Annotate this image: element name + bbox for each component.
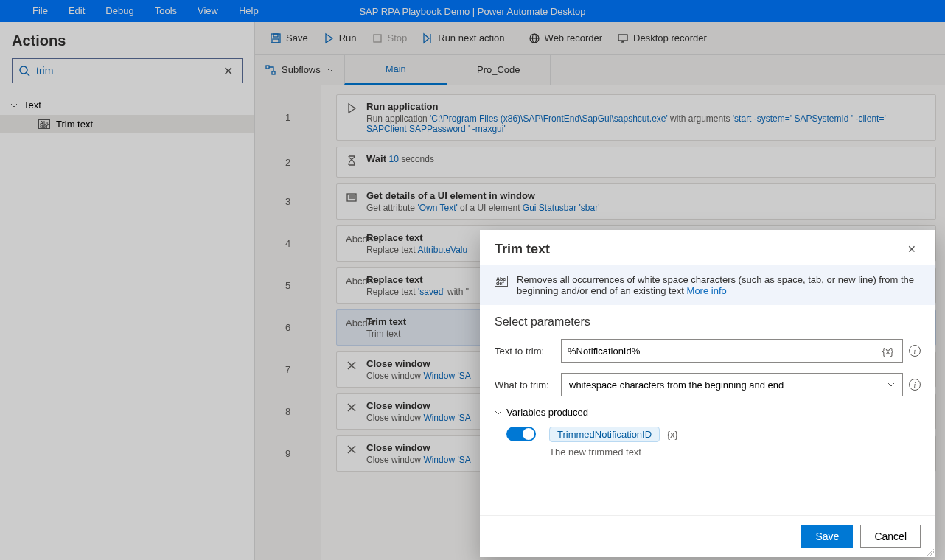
what-to-trim-select[interactable]: whitespace characters from the beginning… bbox=[561, 373, 903, 396]
search-icon bbox=[18, 65, 30, 77]
variables-produced-toggle[interactable]: Variables produced bbox=[495, 407, 921, 418]
close-icon bbox=[346, 360, 358, 371]
stop-button[interactable]: Stop bbox=[366, 29, 414, 47]
step-number: 7 bbox=[255, 349, 321, 391]
close-icon bbox=[346, 444, 358, 455]
svg-rect-15 bbox=[347, 194, 356, 201]
step-card[interactable]: Get details of a UI element in windowGet… bbox=[336, 183, 936, 220]
menu-view[interactable]: View bbox=[187, 0, 229, 22]
label-text-to-trim: Text to trim: bbox=[495, 346, 555, 357]
text-to-trim-field[interactable]: {x} bbox=[561, 339, 903, 363]
web-recorder-button[interactable]: Web recorder bbox=[523, 29, 609, 47]
step-title: Run application bbox=[366, 101, 927, 112]
svg-rect-14 bbox=[272, 71, 275, 74]
menu-tools[interactable]: Tools bbox=[144, 0, 187, 22]
step-number: 9 bbox=[255, 433, 321, 475]
tab-pro_code[interactable]: Pro_Code bbox=[447, 55, 551, 85]
svg-point-0 bbox=[20, 66, 27, 74]
step-number: 4 bbox=[255, 223, 321, 265]
step-title: Wait bbox=[366, 153, 389, 164]
trim-text-dialog: Trim text ✕ Abcdef Removes all occurrenc… bbox=[480, 230, 935, 557]
step-number: 1 bbox=[255, 91, 321, 144]
step-card[interactable]: Wait 10 seconds bbox=[336, 147, 936, 178]
more-info-link[interactable]: More info bbox=[687, 285, 727, 296]
abc-icon: Abcdef bbox=[346, 234, 358, 245]
search-input[interactable] bbox=[36, 65, 220, 77]
variable-chip[interactable]: TrimmedNotificationID bbox=[549, 427, 660, 442]
abc-icon: Abcdef bbox=[346, 276, 358, 287]
step-number: 5 bbox=[255, 265, 321, 307]
section-select-parameters: Select parameters bbox=[495, 315, 921, 329]
step-number: 6 bbox=[255, 307, 321, 349]
step-icon bbox=[422, 32, 433, 44]
menu-file[interactable]: File bbox=[22, 0, 58, 22]
details-icon bbox=[346, 192, 358, 203]
close-icon bbox=[346, 402, 358, 413]
save-icon bbox=[270, 32, 282, 44]
label-what-to-trim: What to trim: bbox=[495, 379, 555, 391]
menu-debug[interactable]: Debug bbox=[95, 0, 144, 22]
step-card[interactable]: Run applicationRun application 'C:\Progr… bbox=[336, 94, 936, 141]
stop-icon bbox=[372, 32, 383, 44]
svg-line-1 bbox=[27, 73, 29, 76]
menu-edit[interactable]: Edit bbox=[58, 0, 95, 22]
action-trim-text[interactable]: Abcdef Trim text bbox=[0, 115, 254, 133]
step-description: Run application 'C:\Program Files (x86)\… bbox=[366, 113, 927, 134]
play-icon bbox=[323, 32, 335, 44]
play-icon bbox=[346, 102, 358, 114]
save-button[interactable]: Save bbox=[801, 525, 853, 548]
step-description: Get attribute 'Own Text' of a UI element… bbox=[366, 203, 927, 213]
subflows-dropdown[interactable]: Subflows bbox=[255, 55, 344, 85]
abc-icon: Abcdef bbox=[38, 119, 50, 129]
step-number: 3 bbox=[255, 181, 321, 223]
dialog-title: Trim text bbox=[495, 242, 550, 257]
abc-icon: Abcdef bbox=[495, 276, 508, 287]
close-icon[interactable]: ✕ bbox=[903, 240, 921, 258]
resize-grip[interactable] bbox=[925, 547, 934, 556]
chevron-down-icon bbox=[327, 66, 334, 74]
save-button[interactable]: Save bbox=[264, 29, 314, 47]
abc-icon: Abcdef bbox=[346, 318, 358, 329]
step-title: Get details of a UI element in window bbox=[366, 190, 927, 201]
dialog-info: Abcdef Removes all occurrences of white … bbox=[480, 265, 935, 305]
svg-rect-4 bbox=[273, 39, 279, 43]
step-number: 8 bbox=[255, 391, 321, 433]
monitor-icon bbox=[617, 32, 629, 44]
globe-icon bbox=[529, 32, 540, 44]
window-title: SAP RPA Playbook Demo | Power Automate D… bbox=[359, 6, 585, 17]
actions-title: Actions bbox=[0, 22, 254, 58]
menu-help[interactable]: Help bbox=[229, 0, 269, 22]
variable-picker-icon[interactable]: {x} bbox=[879, 346, 896, 357]
subflow-bar: Subflows MainPro_Code bbox=[255, 55, 945, 85]
svg-rect-3 bbox=[273, 34, 278, 37]
svg-rect-10 bbox=[618, 35, 627, 41]
run-button[interactable]: Run bbox=[317, 29, 363, 47]
toolbar: Save Run Stop Run next action Web record… bbox=[255, 22, 945, 55]
titlebar: FileEditDebugToolsViewHelp SAP RPA Playb… bbox=[0, 0, 945, 22]
tab-main[interactable]: Main bbox=[344, 55, 447, 85]
clear-search-icon[interactable]: ✕ bbox=[220, 63, 236, 80]
text-to-trim-input[interactable] bbox=[568, 346, 879, 357]
chevron-down-icon bbox=[495, 409, 502, 416]
actions-panel: Actions ✕ Text Abcdef Trim text bbox=[0, 22, 255, 560]
tree-group-text[interactable]: Text bbox=[0, 95, 254, 115]
variable-type-icon: {x} bbox=[667, 429, 678, 440]
step-number: 2 bbox=[255, 144, 321, 181]
info-icon[interactable]: i bbox=[909, 345, 921, 357]
svg-rect-13 bbox=[266, 66, 269, 69]
subflows-icon bbox=[265, 65, 276, 75]
run-next-button[interactable]: Run next action bbox=[416, 29, 510, 47]
desktop-recorder-button[interactable]: Desktop recorder bbox=[611, 29, 713, 47]
cancel-button[interactable]: Cancel bbox=[860, 525, 921, 548]
variable-enabled-toggle[interactable] bbox=[506, 427, 536, 441]
info-icon[interactable]: i bbox=[909, 379, 921, 391]
hourglass-icon bbox=[346, 155, 358, 167]
svg-rect-5 bbox=[374, 35, 381, 42]
chevron-down-icon bbox=[10, 102, 18, 109]
actions-search[interactable]: ✕ bbox=[12, 58, 243, 83]
variable-description: The new trimmed text bbox=[549, 447, 678, 458]
chevron-down-icon bbox=[888, 381, 895, 388]
